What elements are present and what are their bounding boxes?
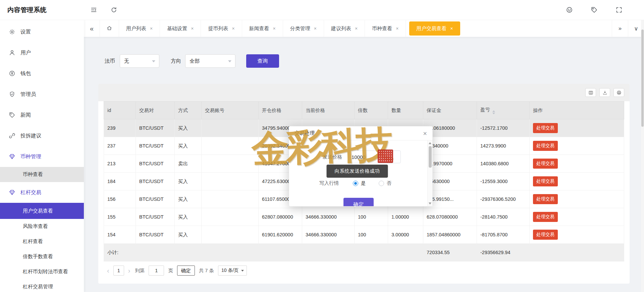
export-icon[interactable] xyxy=(599,88,610,97)
news-icon xyxy=(9,112,15,118)
sidebar-item-风险率查看[interactable]: 风险率查看 xyxy=(0,219,84,234)
sort-icons[interactable] xyxy=(492,110,495,114)
scrollbar-thumb[interactable] xyxy=(429,146,432,168)
close-icon[interactable]: × xyxy=(150,26,153,31)
user-icon xyxy=(9,49,15,56)
page-scrollbar-thumb[interactable] xyxy=(641,30,644,127)
sidebar-item-设置[interactable]: 设置 xyxy=(0,21,84,42)
send-price-label: 发送价格 xyxy=(323,154,342,160)
send-price-input[interactable] xyxy=(347,151,401,163)
currency-select[interactable]: 无 xyxy=(120,54,159,68)
tab-新闻查看[interactable]: 新闻查看× xyxy=(242,20,283,37)
tabbar: « 用户列表×基础设置×提币列表×新闻查看×分类管理×建议列表×币种查看×用户交… xyxy=(84,20,644,37)
goto-page-input[interactable] xyxy=(149,266,164,276)
tab-基础设置[interactable]: 基础设置× xyxy=(160,20,201,37)
radio-yes[interactable]: 是 xyxy=(353,180,366,186)
modal-body: 发送价格 写入行情 是 否 确定 向系统发送价格成功 xyxy=(289,140,432,206)
tab-提币列表[interactable]: 提币列表× xyxy=(201,20,242,37)
tab-币种查看[interactable]: 币种查看× xyxy=(365,20,406,37)
current-page[interactable]: 1 xyxy=(113,266,124,276)
sidebar-item-label: 用户 xyxy=(20,49,31,56)
goto-confirm-button[interactable]: 确定 xyxy=(177,266,195,276)
radio-yes-dot xyxy=(353,181,358,186)
sidebar-item-label: 投拆建议 xyxy=(20,132,41,139)
tab-label: 币种查看 xyxy=(372,25,392,32)
handle-trade-button[interactable]: 处理交易 xyxy=(533,159,558,169)
tabbar-right: » ∨ xyxy=(612,20,644,37)
close-icon[interactable]: × xyxy=(314,26,317,31)
modal-title: 交易处理 xyxy=(294,130,315,136)
tag-icon[interactable] xyxy=(587,3,601,17)
collapse-sidebar-icon[interactable] xyxy=(87,3,101,17)
fullscreen-icon[interactable] xyxy=(612,3,626,17)
direction-filter-label: 方向 xyxy=(171,58,181,65)
tab-用户交易查看[interactable]: 用户交易查看× xyxy=(409,21,460,36)
tab-label: 分类管理 xyxy=(290,25,310,32)
tab-label: 用户列表 xyxy=(126,25,146,32)
column-header-数量: 数量 xyxy=(388,102,423,119)
handle-trade-button[interactable]: 处理交易 xyxy=(533,230,558,240)
prev-page-button[interactable]: ‹ xyxy=(106,267,110,275)
column-header-倍数: 倍数 xyxy=(355,102,388,119)
tab-建议列表[interactable]: 建议列表× xyxy=(324,20,365,37)
radio-no[interactable]: 否 xyxy=(379,180,392,186)
close-icon[interactable]: × xyxy=(273,26,276,31)
handle-trade-button[interactable]: 处理交易 xyxy=(533,212,558,222)
modal-scrollbar[interactable] xyxy=(427,140,432,206)
tab-home[interactable] xyxy=(100,20,119,37)
sidebar-item-用户交易查看[interactable]: 用户交易查看 xyxy=(0,203,84,219)
face-icon[interactable] xyxy=(562,3,576,17)
sidebar-item-杠杆币划转法币查看[interactable]: 杠杆币划转法币查看 xyxy=(0,264,84,279)
sidebar-item-新闻[interactable]: 新闻 xyxy=(0,105,84,125)
sidebar-item-投拆建议[interactable]: 投拆建议 xyxy=(0,125,84,146)
trade-modal: 交易处理 × 发送价格 写入行情 是 否 确定 向系统发送价格成功 xyxy=(289,126,433,207)
tabs-back-button[interactable]: « xyxy=(84,20,100,37)
sidebar-item-钱包[interactable]: 钱包 xyxy=(0,63,84,84)
handle-trade-button[interactable]: 处理交易 xyxy=(533,123,558,133)
sidebar-item-杠杆交易管理[interactable]: 杠杆交易管理 xyxy=(0,279,84,292)
close-icon[interactable]: × xyxy=(396,26,398,31)
sidebar-item-币种管理[interactable]: 币种管理 xyxy=(0,146,84,167)
topbar-right xyxy=(562,3,644,17)
close-icon[interactable]: × xyxy=(355,26,358,31)
sidebar-item-label: 杠杆交易 xyxy=(20,189,41,196)
sidebar-item-杠杆查看[interactable]: 杠杆查看 xyxy=(0,234,84,249)
query-button[interactable]: 查询 xyxy=(246,54,279,68)
scroll-up-icon[interactable] xyxy=(429,142,431,144)
gem-icon xyxy=(9,153,15,160)
close-icon[interactable]: × xyxy=(191,26,194,31)
handle-trade-button[interactable]: 处理交易 xyxy=(533,194,558,204)
topbar: 内容管理系统 xyxy=(0,0,644,20)
sidebar-item-管理员[interactable]: 管理员 xyxy=(0,84,84,105)
sidebar: 设置用户钱包管理员新闻投拆建议币种管理币种查看杠杆交易用户交易查看风险率查看杠杆… xyxy=(0,20,84,292)
close-icon[interactable]: × xyxy=(450,26,453,31)
sidebar-item-杠杆交易[interactable]: 杠杆交易 xyxy=(0,182,84,203)
tab-分类管理[interactable]: 分类管理× xyxy=(283,20,324,37)
page-size-select[interactable]: 10 条/页 xyxy=(218,266,247,276)
scroll-down-icon[interactable] xyxy=(429,202,431,205)
pagination: ‹ 1 › 到第 页 确定 共 7 条 10 条/页 xyxy=(104,266,624,276)
sidebar-item-币种查看[interactable]: 币种查看 xyxy=(0,167,84,182)
direction-select[interactable]: 全部 xyxy=(185,54,235,68)
radio-yes-label: 是 xyxy=(361,180,366,186)
column-header-开仓价格: 开仓价格 xyxy=(259,102,302,119)
handle-trade-button[interactable]: 处理交易 xyxy=(533,141,558,151)
sidebar-item-label: 杠杆查看 xyxy=(23,238,43,245)
handle-trade-button[interactable]: 处理交易 xyxy=(533,176,558,186)
tabs-forward-button[interactable]: » xyxy=(612,20,628,37)
tab-用户列表[interactable]: 用户列表× xyxy=(119,20,160,37)
sidebar-item-用户[interactable]: 用户 xyxy=(0,42,84,63)
refresh-icon[interactable] xyxy=(107,3,121,17)
modal-confirm-button[interactable]: 确定 xyxy=(343,198,374,206)
tab-label: 新闻查看 xyxy=(249,25,269,32)
next-page-button[interactable]: › xyxy=(127,267,131,275)
column-header-盈亏[interactable]: 盈亏 xyxy=(477,102,530,119)
modal-close-icon[interactable]: × xyxy=(423,130,427,137)
columns-icon[interactable] xyxy=(585,88,596,97)
column-header-保证金: 保证金 xyxy=(423,102,477,119)
page-size-value: 10 条/页 xyxy=(221,268,238,274)
sidebar-item-倍数手数查看[interactable]: 倍数手数查看 xyxy=(0,249,84,264)
print-icon[interactable] xyxy=(613,88,624,97)
close-icon[interactable]: × xyxy=(232,26,234,31)
page-scrollbar[interactable] xyxy=(641,20,644,292)
